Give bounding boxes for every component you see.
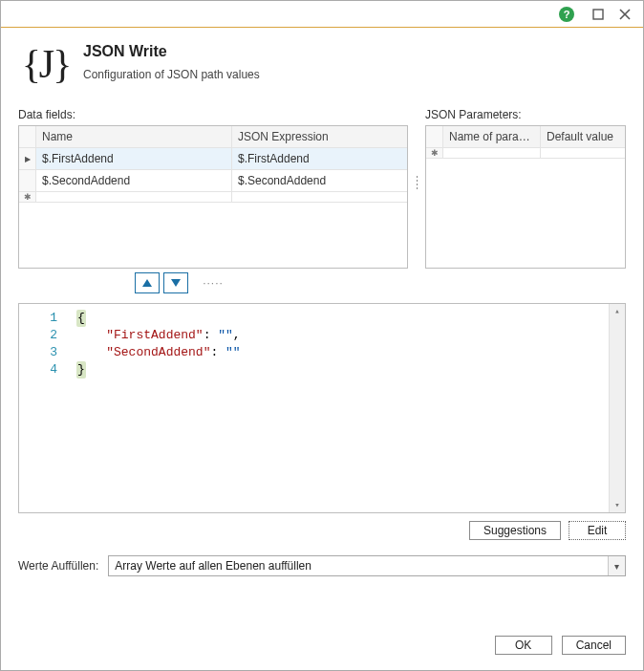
- data-fields-body: $.FirstAddend $.FirstAddend $.SecondAdde…: [19, 148, 407, 268]
- dialog-window: ? {J} JSON Write Configuration of JSON p…: [0, 0, 644, 671]
- table-row-new[interactable]: [19, 192, 407, 203]
- werte-combo[interactable]: Array Werte auf allen Ebenen auffüllen ▾: [108, 555, 626, 576]
- col-default-header[interactable]: Default value: [541, 126, 625, 147]
- maximize-icon[interactable]: [588, 4, 609, 25]
- titlebar: ?: [1, 1, 643, 28]
- col-expr-header[interactable]: JSON Expression: [232, 126, 407, 147]
- cell-param-name[interactable]: [443, 148, 541, 158]
- page-subtitle: Configuration of JSON path values: [83, 68, 260, 81]
- editor-code[interactable]: { "FirstAddend": "", "SecondAddend": "" …: [73, 304, 609, 512]
- new-row-icon: [426, 148, 443, 158]
- werte-combo-value: Array Werte auf allen Ebenen auffüllen: [109, 559, 608, 573]
- header: {J} JSON Write Configuration of JSON pat…: [1, 28, 643, 108]
- move-down-button[interactable]: [163, 272, 188, 293]
- editor-scrollbar[interactable]: ▴ ▾: [609, 304, 625, 512]
- scroll-down-icon[interactable]: ▾: [614, 498, 619, 512]
- werte-label: Werte Auffüllen:: [18, 559, 98, 573]
- ok-button[interactable]: OK: [495, 636, 552, 655]
- cell-default[interactable]: [541, 148, 625, 158]
- code-line: {: [76, 310, 86, 327]
- row-indicator-icon: [19, 170, 36, 191]
- json-editor[interactable]: 1234 { "FirstAddend": "", "SecondAddend"…: [18, 303, 626, 513]
- scroll-up-icon[interactable]: ▴: [614, 304, 619, 318]
- cancel-button[interactable]: Cancel: [562, 636, 626, 655]
- editor-gutter: 1234: [19, 304, 73, 512]
- page-title: JSON Write: [83, 43, 260, 60]
- new-row-icon: [19, 192, 36, 202]
- chevron-down-icon[interactable]: ▾: [608, 556, 625, 575]
- cell-name[interactable]: $.FirstAddend: [36, 148, 232, 169]
- table-row-new[interactable]: [426, 148, 625, 159]
- col-name-header[interactable]: Name: [36, 126, 232, 147]
- data-fields-grid[interactable]: Name JSON Expression $.FirstAddend $.Fir…: [18, 125, 408, 269]
- data-fields-label: Data fields:: [18, 108, 408, 121]
- close-icon[interactable]: [614, 4, 635, 25]
- svg-rect-0: [593, 10, 603, 19]
- suggestions-button[interactable]: Suggestions: [469, 521, 561, 540]
- module-icon: {J}: [18, 41, 74, 87]
- col-param-name-header[interactable]: Name of parameter: [443, 126, 541, 147]
- json-params-label: JSON Parameters:: [425, 108, 626, 121]
- move-up-button[interactable]: [135, 272, 160, 293]
- resize-grip-icon[interactable]: ·····: [203, 276, 224, 290]
- cell-expr[interactable]: [232, 192, 407, 202]
- cell-name[interactable]: $.SecondAddend: [36, 170, 232, 191]
- cell-expr[interactable]: $.SecondAddend: [232, 170, 407, 191]
- svg-marker-4: [171, 279, 181, 287]
- table-row[interactable]: $.SecondAddend $.SecondAddend: [19, 170, 407, 192]
- code-line: }: [76, 361, 86, 379]
- vertical-splitter[interactable]: [408, 108, 425, 190]
- cell-name[interactable]: [36, 192, 232, 202]
- edit-button[interactable]: Edit: [569, 521, 626, 540]
- svg-marker-3: [142, 279, 152, 287]
- row-indicator-icon: [19, 148, 36, 169]
- json-params-grid[interactable]: Name of parameter Default value: [425, 125, 626, 269]
- cell-expr[interactable]: $.FirstAddend: [232, 148, 407, 169]
- help-icon[interactable]: ?: [559, 7, 574, 22]
- table-row[interactable]: $.FirstAddend $.FirstAddend: [19, 148, 407, 170]
